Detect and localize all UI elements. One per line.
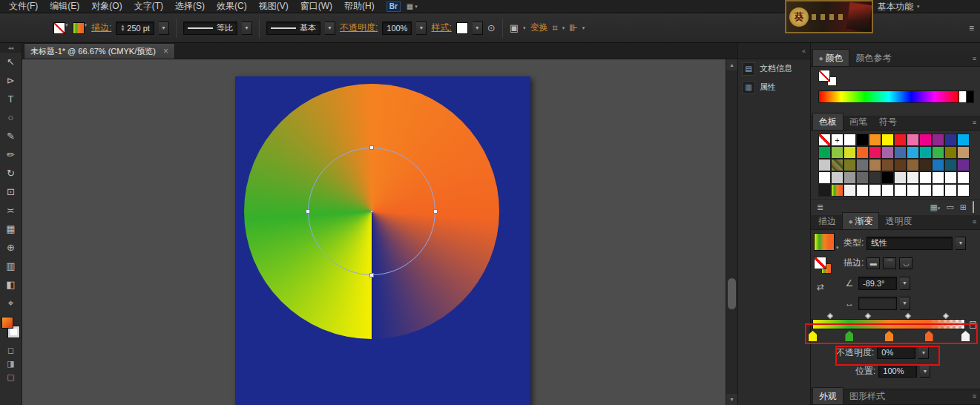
type-tool[interactable]: T xyxy=(0,90,22,108)
panel-menu-icon[interactable]: ≡ xyxy=(973,55,976,62)
delete-swatch-icon[interactable] xyxy=(973,203,974,212)
swatch[interactable] xyxy=(843,184,856,197)
chevron-down-icon[interactable]: ▾ xyxy=(836,245,839,251)
menu-item[interactable]: 窗口(W) xyxy=(295,0,338,13)
gradient-midpoint[interactable] xyxy=(905,313,911,319)
canvas[interactable] xyxy=(22,59,726,405)
swatch[interactable] xyxy=(869,134,881,146)
reverse-gradient-icon[interactable]: ⇄ xyxy=(817,282,824,292)
swatch[interactable] xyxy=(894,146,907,159)
swatch[interactable] xyxy=(843,171,856,184)
swatch[interactable] xyxy=(907,146,919,159)
swatch[interactable] xyxy=(856,146,869,159)
stroke-color-swatch[interactable] xyxy=(73,22,85,34)
screen-mode-icon[interactable]: ▢ xyxy=(0,370,22,383)
swatch[interactable] xyxy=(907,171,919,184)
swatch[interactable] xyxy=(881,171,894,184)
chevron-down-icon[interactable]: ▼ xyxy=(900,277,910,290)
column-graph-tool[interactable]: ▥ xyxy=(0,257,22,275)
swatch[interactable] xyxy=(831,171,843,184)
swatch[interactable] xyxy=(932,184,944,197)
stroke-panel-link[interactable]: 描边: xyxy=(91,22,111,34)
eyedropper-tool[interactable]: ⌖ xyxy=(0,294,22,312)
tab-graphic-styles[interactable]: 图形样式 xyxy=(843,388,891,404)
chevron-down-icon[interactable]: ▼ xyxy=(900,297,910,310)
tab-gradient[interactable]: ◆ 渐变 xyxy=(842,212,879,229)
black-swatch[interactable] xyxy=(966,91,973,102)
gradient-stop[interactable] xyxy=(925,331,933,341)
gradient-stop[interactable] xyxy=(845,331,853,341)
menu-item[interactable]: 编辑(E) xyxy=(44,0,85,13)
menu-item[interactable]: 文字(T) xyxy=(128,0,169,13)
swatch[interactable] xyxy=(818,159,831,171)
swatch[interactable] xyxy=(907,134,919,146)
swatch[interactable] xyxy=(869,159,881,171)
stepper-arrows-icon[interactable]: ▲▼ xyxy=(120,24,125,32)
swatch[interactable] xyxy=(944,184,957,197)
swatch[interactable] xyxy=(957,134,970,146)
swatch[interactable] xyxy=(818,134,831,146)
selection-tool[interactable]: ↖ xyxy=(0,53,22,71)
swatch[interactable] xyxy=(869,146,881,159)
tab-stroke[interactable]: 描边 xyxy=(812,213,842,229)
swatch[interactable] xyxy=(869,184,881,197)
chevron-down-icon[interactable]: ▼ xyxy=(956,237,966,250)
swatch[interactable] xyxy=(894,171,907,184)
gradient-slider[interactable] xyxy=(812,313,977,343)
style-panel-link[interactable]: 样式: xyxy=(431,22,451,34)
distribute-objects-icon[interactable]: ⊪ xyxy=(569,22,577,33)
annotator-handle-top[interactable] xyxy=(369,145,374,150)
new-color-group-icon[interactable]: ▭ xyxy=(946,202,953,212)
swatch[interactable] xyxy=(919,171,932,184)
gradient-tool[interactable]: ◧ xyxy=(0,275,22,294)
draw-behind-mode-icon[interactable]: ◨ xyxy=(0,357,22,370)
swatch[interactable] xyxy=(894,134,907,146)
swatch[interactable] xyxy=(944,134,957,146)
gradient-midpoint[interactable] xyxy=(826,313,832,319)
direct-selection-tool[interactable]: ⊳ xyxy=(0,71,22,90)
swatch[interactable] xyxy=(932,146,944,159)
swatch[interactable] xyxy=(957,146,970,159)
gradient-stop[interactable] xyxy=(961,331,970,341)
workspace-switcher[interactable]: 基本功能 ▾ xyxy=(878,0,920,13)
rotate-tool[interactable]: ↻ xyxy=(0,164,22,182)
swatch[interactable] xyxy=(831,146,843,159)
annotator-handle-left[interactable] xyxy=(306,209,310,214)
swatch[interactable] xyxy=(856,171,869,184)
swatch[interactable] xyxy=(856,184,869,197)
scroll-down-icon[interactable]: ▼ xyxy=(726,394,737,405)
swatch[interactable] xyxy=(843,134,856,146)
collapse-panels-icon[interactable]: « xyxy=(802,47,806,55)
color-fill-stroke-proxy[interactable] xyxy=(818,70,842,89)
swatch[interactable] xyxy=(944,146,957,159)
stroke-gradient-along-icon[interactable]: ⌒ xyxy=(883,257,896,269)
menu-item[interactable]: 对象(O) xyxy=(85,0,128,13)
aspect-ratio-field[interactable] xyxy=(858,297,897,310)
gradient-slider-bar[interactable] xyxy=(812,319,965,329)
swatch[interactable] xyxy=(881,159,894,171)
menu-item[interactable]: 视图(V) xyxy=(253,0,295,13)
close-icon[interactable]: × xyxy=(163,46,168,56)
stroke-gradient-across-icon[interactable]: ◡ xyxy=(899,257,912,269)
arrange-documents-button[interactable]: ▦ ▾ xyxy=(407,2,418,10)
chevron-down-icon[interactable]: ▾ xyxy=(65,22,68,28)
document-setup-icon[interactable]: ▣ xyxy=(510,22,519,33)
fill-none-proxy[interactable] xyxy=(818,70,830,82)
swatch[interactable] xyxy=(831,134,843,146)
swatch[interactable] xyxy=(919,134,932,146)
menu-item[interactable]: 效果(C) xyxy=(211,0,253,13)
gradient-fill-thumbnail[interactable] xyxy=(814,233,835,251)
swatch[interactable] xyxy=(831,184,843,197)
stroke-gradient-within-icon[interactable]: ▬ xyxy=(866,257,880,269)
swatch[interactable] xyxy=(932,134,944,146)
spectrum-gradient[interactable] xyxy=(819,91,958,102)
chevron-down-icon[interactable]: ▼ xyxy=(159,22,169,35)
tab-appearance[interactable]: 外观 xyxy=(812,387,843,404)
menu-item[interactable]: 选择(S) xyxy=(169,0,211,13)
opacity-field[interactable]: 100% xyxy=(382,22,412,35)
tab-color-guide[interactable]: 颜色参考 xyxy=(849,50,897,66)
promo-banner[interactable]: 葵 xyxy=(785,0,873,33)
chevron-down-icon[interactable]: ▼ xyxy=(473,22,483,35)
stroke-weight-field[interactable]: ▲▼ 250 pt xyxy=(116,22,154,35)
paintbrush-tool[interactable]: ✏ xyxy=(0,145,22,164)
